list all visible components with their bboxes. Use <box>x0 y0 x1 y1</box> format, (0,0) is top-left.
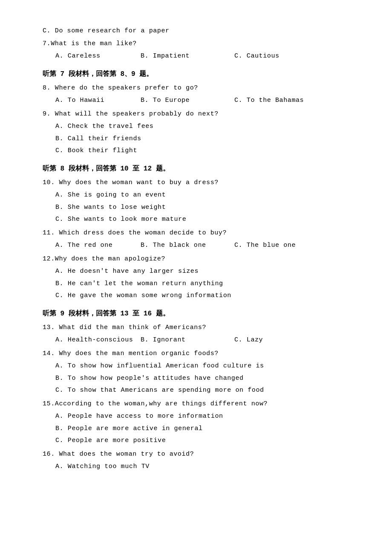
question-9: 9. What will the speakers probably do ne… <box>43 109 358 156</box>
q7-options: A. Careless B. Impatient C. Cautious <box>55 51 358 62</box>
q13-opt-b: B. Ignorant <box>141 335 234 346</box>
q15-stem: 15.According to the woman,why are things… <box>43 399 358 410</box>
q15-opt-b: B. People are more active in general <box>55 423 358 434</box>
question-15: 15.According to the woman,why are things… <box>43 399 358 446</box>
q14-opt-c: C. To show that Americans are spending m… <box>55 385 358 396</box>
q8-opt-b: B. To Europe <box>141 95 234 106</box>
q9-opt-c: C. Book their flight <box>55 145 358 156</box>
q8-opt-a: A. To Hawaii <box>55 95 141 106</box>
q13-opt-a: A. Health-conscious <box>55 335 141 346</box>
section-9-header: 听第 9 段材料，回答第 13 至 16 题。 <box>43 309 358 318</box>
question-10: 10. Why does the woman want to buy a dre… <box>43 177 358 225</box>
question-16: 16. What does the woman try to avoid? A.… <box>43 449 358 472</box>
q9-stem: 9. What will the speakers probably do ne… <box>43 109 358 120</box>
q11-opt-b: B. The black one <box>141 240 234 251</box>
q10-opt-a: A. She is going to an event <box>55 190 358 201</box>
question-14: 14. Why does the man mention organic foo… <box>43 348 358 396</box>
q8-opt-c: C. To the Bahamas <box>234 95 320 106</box>
q12-opt-b: B. He can't let the woman return anythin… <box>55 278 358 289</box>
q8-stem: 8. Where do the speakers prefer to go? <box>43 83 358 94</box>
question-7: 7.What is the man like? A. Careless B. I… <box>43 38 358 62</box>
question-13: 13. What did the man think of Americans?… <box>43 322 358 346</box>
q15-opt-c: C. People are more positive <box>55 435 358 446</box>
q13-options: A. Health-conscious B. Ignorant C. Lazy <box>55 335 358 346</box>
q14-opt-a: A. To show how influential American food… <box>55 361 358 372</box>
q7-stem: 7.What is the man like? <box>43 38 358 49</box>
q13-stem: 13. What did the man think of Americans? <box>43 322 358 333</box>
q14-opt-b: B. To show how people's attitudes have c… <box>55 373 358 384</box>
q11-stem: 11. Which dress does the woman decide to… <box>43 228 358 239</box>
section-8-header: 听第 8 段材料，回答第 10 至 12 题。 <box>43 164 358 173</box>
q7-opt-a: A. Careless <box>55 51 141 62</box>
q13-opt-c: C. Lazy <box>234 335 320 346</box>
q14-stem: 14. Why does the man mention organic foo… <box>43 348 358 359</box>
q9-opt-a: A. Check the travel fees <box>55 121 358 132</box>
q12-opt-c: C. He gave the woman some wrong informat… <box>55 290 358 301</box>
q16-opt-a: A. Watching too much TV <box>55 461 358 472</box>
q11-options: A. The red one B. The black one C. The b… <box>55 240 358 251</box>
q9-opt-b: B. Call their friends <box>55 133 358 145</box>
q15-opt-a: A. People have access to more informatio… <box>55 411 358 422</box>
question-12: 12.Why does the man apologize? A. He doe… <box>43 254 358 301</box>
q11-opt-a: A. The red one <box>55 240 141 251</box>
q8-options: A. To Hawaii B. To Europe C. To the Baha… <box>55 95 358 106</box>
q7-opt-c: C. Cautious <box>234 51 320 62</box>
question-11: 11. Which dress does the woman decide to… <box>43 228 358 251</box>
q12-stem: 12.Why does the man apologize? <box>43 254 358 265</box>
q11-opt-c: C. The blue one <box>234 240 320 251</box>
q10-opt-b: B. She wants to lose weight <box>55 202 358 213</box>
q10-stem: 10. Why does the woman want to buy a dre… <box>43 177 358 188</box>
q12-opt-a: A. He doesn't have any larger sizes <box>55 266 358 277</box>
question-8: 8. Where do the speakers prefer to go? A… <box>43 83 358 106</box>
section-7-header: 听第 7 段材料，回答第 8、9 题。 <box>43 69 358 78</box>
q10-opt-c: C. She wants to look more mature <box>55 214 358 225</box>
q7-opt-b: B. Impatient <box>141 51 234 62</box>
q16-stem: 16. What does the woman try to avoid? <box>43 449 358 460</box>
option-c-paper: C. Do some research for a paper <box>43 26 358 37</box>
